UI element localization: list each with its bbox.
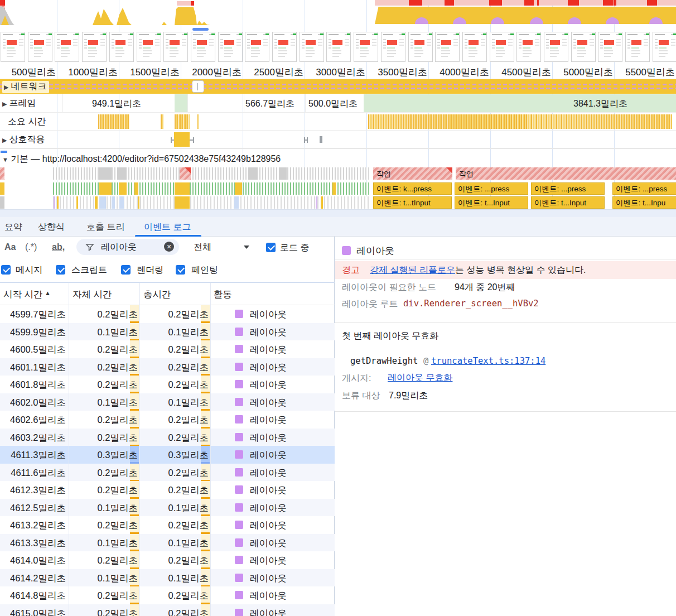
- screenshot-thumbnail[interactable]: [109, 32, 134, 62]
- category-checkbox-label[interactable]: 스크립트: [71, 264, 107, 276]
- flame-block[interactable]: [134, 182, 138, 195]
- category-checkbox[interactable]: [176, 265, 185, 275]
- screenshot-thumbnail[interactable]: [272, 32, 297, 62]
- flame-block[interactable]: [95, 196, 98, 209]
- screenshot-thumbnail[interactable]: [82, 32, 107, 62]
- screenshot-thumbnail[interactable]: [571, 32, 596, 62]
- filter-input[interactable]: 레이아웃 ✕: [76, 239, 179, 255]
- track-timings[interactable]: 소요 시간: [0, 113, 676, 131]
- screenshot-thumbnail[interactable]: [490, 32, 514, 62]
- col-start-time[interactable]: 시작 시간: [3, 288, 43, 301]
- table-row[interactable]: 4611.3밀리초0.3밀리초0.3밀리초레이아웃: [0, 446, 335, 464]
- sort-ascending-icon[interactable]: ▲: [45, 290, 51, 296]
- flame-block[interactable]: [235, 182, 242, 195]
- frame-duration-block[interactable]: [175, 94, 187, 112]
- initiator-link[interactable]: 레이아웃 무효화: [388, 372, 452, 384]
- category-checkbox-label[interactable]: 페인팅: [191, 264, 218, 276]
- tab-1[interactable]: 요약: [4, 222, 22, 233]
- screenshot-thumbnail[interactable]: [137, 32, 161, 62]
- track-network[interactable]: ▶네트워크: [0, 79, 676, 94]
- table-row[interactable]: 4614.0밀리초0.2밀리초0.2밀리초레이아웃: [0, 551, 335, 569]
- forced-reflow-link[interactable]: 강제 실행된 리플로우: [370, 265, 455, 275]
- table-header[interactable]: 시작 시간 ▲ 자체 시간 총시간 활동: [0, 283, 335, 305]
- chevron-down-icon[interactable]: [244, 246, 249, 249]
- category-checkbox[interactable]: [1, 265, 11, 275]
- tab-2[interactable]: 상향식: [38, 222, 65, 233]
- table-row[interactable]: 4614.8밀리초0.2밀리초0.2밀리초레이아웃: [0, 586, 335, 604]
- screenshot-thumbnail[interactable]: [544, 32, 568, 62]
- category-checkbox-label[interactable]: 렌더링: [137, 264, 163, 276]
- flame-block[interactable]: [99, 196, 106, 209]
- table-row[interactable]: 4599.7밀리초0.2밀리초0.2밀리초레이아웃: [0, 305, 335, 323]
- track-frames-label[interactable]: ▶프레임: [2, 98, 36, 109]
- layout-root-value[interactable]: div.Renderer_screen__hVBv2: [403, 299, 539, 309]
- filter-value[interactable]: 레이아웃: [101, 242, 137, 253]
- flame-row-functions[interactable]: [53, 196, 369, 209]
- flame-row-tasks[interactable]: [53, 167, 369, 180]
- detail-tabs[interactable]: 요약상향식호출 트리이벤트 로그: [0, 217, 676, 237]
- category-checkbox-label[interactable]: 메시지: [16, 264, 42, 276]
- interaction-bar[interactable]: [174, 132, 190, 147]
- frame-duration-block[interactable]: [364, 94, 676, 112]
- flame-block[interactable]: [234, 196, 239, 209]
- loading-checkbox[interactable]: [266, 243, 276, 252]
- timing-marks[interactable]: [368, 114, 672, 129]
- flame-block[interactable]: [316, 196, 317, 209]
- screenshot-thumbnail[interactable]: [354, 32, 378, 62]
- main-thread-header[interactable]: ▼기본 — http://localhost:4200/editor?id=67…: [0, 148, 676, 165]
- flame-block[interactable]: [119, 196, 124, 209]
- table-row[interactable]: 4603.2밀리초0.2밀리초0.2밀리초레이아웃: [0, 429, 335, 446]
- track-network-label[interactable]: ▶네트워크: [2, 81, 49, 93]
- table-row[interactable]: 4599.9밀리초0.1밀리초0.1밀리초레이아웃: [0, 323, 335, 341]
- flame-block[interactable]: [119, 182, 127, 195]
- pane-splitter[interactable]: [0, 209, 676, 217]
- task-bar[interactable]: 작업: [373, 167, 452, 180]
- flame-block[interactable]: [175, 196, 190, 209]
- tab-4[interactable]: 이벤트 로그: [144, 222, 191, 233]
- flame-row-events[interactable]: [53, 182, 369, 195]
- table-row[interactable]: 4601.1밀리초0.2밀리초0.2밀리초레이아웃: [0, 358, 335, 376]
- event-bar[interactable]: 이벤트: ...press: [612, 182, 676, 195]
- screenshot-thumbnail[interactable]: [435, 32, 460, 62]
- screenshot-thumbnail[interactable]: [245, 32, 269, 62]
- loading-checkbox-label[interactable]: 로드 중: [280, 242, 309, 254]
- screenshot-thumbnail[interactable]: [1, 32, 25, 62]
- category-checkbox[interactable]: [121, 265, 131, 275]
- timing-marks[interactable]: [161, 114, 163, 129]
- flame-block[interactable]: [279, 167, 287, 180]
- match-case-button[interactable]: Aa: [4, 242, 16, 252]
- scope-dropdown[interactable]: 전체: [194, 242, 211, 253]
- timing-marks[interactable]: [98, 114, 129, 129]
- table-row[interactable]: 4602.0밀리초0.1밀리초0.1밀리초레이아웃: [0, 393, 335, 411]
- long-task-block[interactable]: [180, 167, 191, 180]
- timeline-window-handle[interactable]: [192, 80, 204, 93]
- whole-word-button[interactable]: ab,: [52, 242, 65, 252]
- flame-block[interactable]: [175, 182, 190, 195]
- regex-button[interactable]: (.*): [25, 242, 37, 252]
- screenshot-thumbnail[interactable]: [163, 32, 188, 62]
- table-row[interactable]: 4613.2밀리초0.2밀리초0.2밀리초레이아웃: [0, 516, 335, 534]
- table-row[interactable]: 4600.5밀리초0.2밀리초0.2밀리초레이아웃: [0, 340, 335, 358]
- flame-block[interactable]: [112, 196, 115, 209]
- tab-3[interactable]: 호출 트리: [86, 222, 124, 233]
- event-bar[interactable]: 이벤트: t...Input: [531, 196, 605, 209]
- expand-icon[interactable]: ▶: [4, 84, 8, 90]
- event-bar[interactable]: 이벤트: t...Inpu: [612, 196, 676, 209]
- screenshot-thumbnail[interactable]: [28, 32, 52, 62]
- table-row[interactable]: 4614.2밀리초0.1밀리초0.1밀리초레이아웃: [0, 569, 335, 587]
- event-bar[interactable]: 이벤트: ...press: [455, 182, 528, 195]
- screenshot-thumbnail[interactable]: [218, 32, 243, 62]
- category-checkbox[interactable]: [56, 265, 65, 275]
- time-ruler[interactable]: 500밀리초1000밀리초1500밀리초2000밀리초2500밀리초3000밀리…: [0, 63, 676, 79]
- expand-icon[interactable]: ▶: [2, 100, 7, 107]
- track-interactions[interactable]: ▶상호작용: [0, 131, 676, 148]
- event-bar[interactable]: 이벤트: k...press: [373, 182, 452, 195]
- table-row[interactable]: 4612.3밀리초0.2밀리초0.2밀리초레이아웃: [0, 481, 335, 499]
- flame-block[interactable]: [99, 182, 112, 195]
- flame-block[interactable]: [76, 196, 78, 209]
- screenshot-thumbnail[interactable]: [381, 32, 405, 62]
- col-total-time[interactable]: 총시간: [143, 288, 171, 301]
- timing-marks[interactable]: [175, 114, 190, 129]
- flame-block[interactable]: [321, 196, 323, 209]
- table-row[interactable]: 4613.3밀리초0.1밀리초0.1밀리초레이아웃: [0, 534, 335, 552]
